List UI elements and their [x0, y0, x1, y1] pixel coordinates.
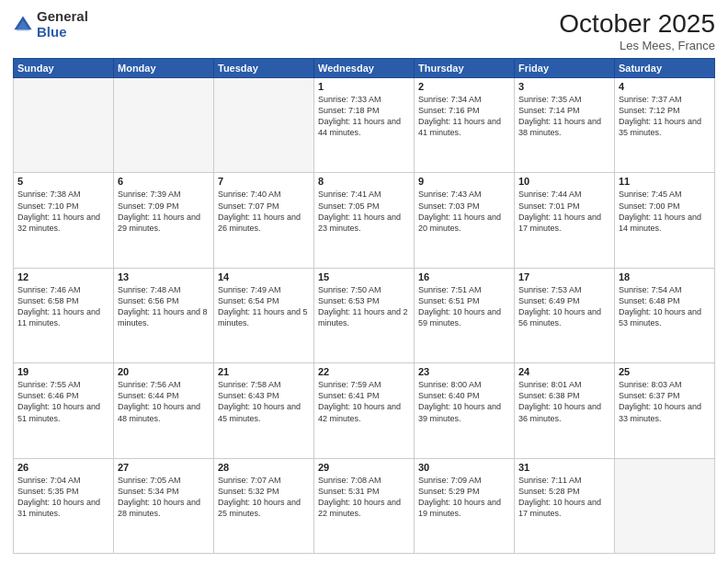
day-cell-29: 27Sunrise: 7:05 AM Sunset: 5:34 PM Dayli…: [114, 458, 214, 553]
logo: General Blue: [13, 9, 88, 40]
day-number: 19: [17, 366, 109, 377]
day-number: 5: [17, 176, 109, 187]
day-info: Sunrise: 8:00 AM Sunset: 6:40 PM Dayligh…: [418, 379, 510, 424]
logo-text: General Blue: [37, 9, 88, 40]
day-info: Sunrise: 7:53 AM Sunset: 6:49 PM Dayligh…: [518, 284, 610, 329]
day-info: Sunrise: 7:04 AM Sunset: 5:35 PM Dayligh…: [17, 475, 109, 520]
day-cell-6: 4Sunrise: 7:37 AM Sunset: 7:12 PM Daylig…: [615, 78, 715, 173]
week-row-3: 12Sunrise: 7:46 AM Sunset: 6:58 PM Dayli…: [14, 268, 715, 362]
day-number: 4: [619, 81, 711, 92]
calendar-table: Sunday Monday Tuesday Wednesday Thursday…: [13, 58, 715, 554]
day-info: Sunrise: 7:05 AM Sunset: 5:34 PM Dayligh…: [118, 475, 210, 520]
day-cell-18: 16Sunrise: 7:51 AM Sunset: 6:51 PM Dayli…: [415, 268, 515, 362]
day-info: Sunrise: 8:03 AM Sunset: 6:37 PM Dayligh…: [619, 379, 711, 424]
logo-icon: [13, 15, 33, 35]
day-info: Sunrise: 7:44 AM Sunset: 7:01 PM Dayligh…: [518, 189, 610, 234]
day-info: Sunrise: 7:33 AM Sunset: 7:18 PM Dayligh…: [318, 94, 410, 139]
day-cell-13: 11Sunrise: 7:45 AM Sunset: 7:00 PM Dayli…: [615, 173, 715, 268]
day-info: Sunrise: 7:48 AM Sunset: 6:56 PM Dayligh…: [118, 284, 210, 329]
week-row-1: 1Sunrise: 7:33 AM Sunset: 7:18 PM Daylig…: [14, 78, 715, 173]
day-cell-3: 1Sunrise: 7:33 AM Sunset: 7:18 PM Daylig…: [314, 78, 415, 173]
day-cell-10: 8Sunrise: 7:41 AM Sunset: 7:05 PM Daylig…: [314, 173, 415, 268]
day-cell-25: 23Sunrise: 8:00 AM Sunset: 6:40 PM Dayli…: [415, 363, 515, 458]
day-number: 13: [118, 271, 210, 282]
header-monday: Monday: [114, 59, 214, 78]
week-row-4: 19Sunrise: 7:55 AM Sunset: 6:46 PM Dayli…: [14, 363, 715, 458]
header-tuesday: Tuesday: [214, 59, 314, 78]
day-cell-24: 22Sunrise: 7:59 AM Sunset: 6:41 PM Dayli…: [314, 363, 415, 458]
day-cell-9: 7Sunrise: 7:40 AM Sunset: 7:07 PM Daylig…: [214, 173, 314, 268]
day-cell-22: 20Sunrise: 7:56 AM Sunset: 6:44 PM Dayli…: [114, 363, 214, 458]
day-cell-33: 31Sunrise: 7:11 AM Sunset: 5:28 PM Dayli…: [515, 458, 615, 553]
day-info: Sunrise: 7:56 AM Sunset: 6:44 PM Dayligh…: [118, 379, 210, 424]
day-cell-16: 14Sunrise: 7:49 AM Sunset: 6:54 PM Dayli…: [214, 268, 314, 362]
day-info: Sunrise: 7:50 AM Sunset: 6:53 PM Dayligh…: [318, 284, 410, 329]
day-cell-11: 9Sunrise: 7:43 AM Sunset: 7:03 PM Daylig…: [415, 173, 515, 268]
title-block: October 2025 Les Mees, France: [559, 9, 715, 52]
header-saturday: Saturday: [615, 59, 715, 78]
day-cell-8: 6Sunrise: 7:39 AM Sunset: 7:09 PM Daylig…: [114, 173, 214, 268]
day-number: 22: [318, 366, 410, 377]
day-cell-32: 30Sunrise: 7:09 AM Sunset: 5:29 PM Dayli…: [415, 458, 515, 553]
header-wednesday: Wednesday: [314, 59, 415, 78]
day-number: 20: [118, 366, 210, 377]
day-info: Sunrise: 7:40 AM Sunset: 7:07 PM Dayligh…: [218, 189, 310, 234]
location-subtitle: Les Mees, France: [559, 39, 715, 52]
day-info: Sunrise: 7:08 AM Sunset: 5:31 PM Dayligh…: [318, 475, 410, 520]
day-number: 31: [518, 462, 610, 473]
day-cell-17: 15Sunrise: 7:50 AM Sunset: 6:53 PM Dayli…: [314, 268, 415, 362]
day-number: 26: [17, 462, 109, 473]
day-number: 25: [619, 366, 711, 377]
day-info: Sunrise: 7:49 AM Sunset: 6:54 PM Dayligh…: [218, 284, 310, 329]
day-cell-4: 2Sunrise: 7:34 AM Sunset: 7:16 PM Daylig…: [415, 78, 515, 173]
day-cell-1: [114, 78, 214, 173]
day-number: 2: [418, 81, 510, 92]
day-number: 3: [518, 81, 610, 92]
day-info: Sunrise: 7:34 AM Sunset: 7:16 PM Dayligh…: [418, 94, 510, 139]
day-cell-21: 19Sunrise: 7:55 AM Sunset: 6:46 PM Dayli…: [14, 363, 114, 458]
day-number: 24: [518, 366, 610, 377]
page: General Blue October 2025 Les Mees, Fran…: [0, 0, 728, 563]
header: General Blue October 2025 Les Mees, Fran…: [13, 9, 715, 52]
day-number: 23: [418, 366, 510, 377]
day-cell-34: [615, 458, 715, 553]
weekday-header-row: Sunday Monday Tuesday Wednesday Thursday…: [14, 59, 715, 78]
day-number: 27: [118, 462, 210, 473]
day-cell-26: 24Sunrise: 8:01 AM Sunset: 6:38 PM Dayli…: [515, 363, 615, 458]
day-number: 10: [518, 176, 610, 187]
day-info: Sunrise: 8:01 AM Sunset: 6:38 PM Dayligh…: [518, 379, 610, 424]
day-number: 1: [318, 81, 410, 92]
day-number: 12: [17, 271, 109, 282]
day-cell-27: 25Sunrise: 8:03 AM Sunset: 6:37 PM Dayli…: [615, 363, 715, 458]
day-cell-14: 12Sunrise: 7:46 AM Sunset: 6:58 PM Dayli…: [14, 268, 114, 362]
day-info: Sunrise: 7:07 AM Sunset: 5:32 PM Dayligh…: [218, 475, 310, 520]
day-cell-12: 10Sunrise: 7:44 AM Sunset: 7:01 PM Dayli…: [515, 173, 615, 268]
day-number: 16: [418, 271, 510, 282]
day-cell-30: 28Sunrise: 7:07 AM Sunset: 5:32 PM Dayli…: [214, 458, 314, 553]
day-info: Sunrise: 7:46 AM Sunset: 6:58 PM Dayligh…: [17, 284, 109, 329]
day-cell-23: 21Sunrise: 7:58 AM Sunset: 6:43 PM Dayli…: [214, 363, 314, 458]
day-cell-2: [214, 78, 314, 173]
day-info: Sunrise: 7:41 AM Sunset: 7:05 PM Dayligh…: [318, 189, 410, 234]
day-cell-7: 5Sunrise: 7:38 AM Sunset: 7:10 PM Daylig…: [14, 173, 114, 268]
day-number: 11: [619, 176, 711, 187]
logo-blue-text: Blue: [37, 25, 88, 40]
logo-general-text: General: [37, 9, 88, 25]
day-info: Sunrise: 7:37 AM Sunset: 7:12 PM Dayligh…: [619, 94, 711, 139]
day-number: 14: [218, 271, 310, 282]
month-title: October 2025: [559, 9, 715, 39]
day-info: Sunrise: 7:43 AM Sunset: 7:03 PM Dayligh…: [418, 189, 510, 234]
day-number: 18: [619, 271, 711, 282]
day-info: Sunrise: 7:55 AM Sunset: 6:46 PM Dayligh…: [17, 379, 109, 424]
day-info: Sunrise: 7:35 AM Sunset: 7:14 PM Dayligh…: [518, 94, 610, 139]
day-info: Sunrise: 7:45 AM Sunset: 7:00 PM Dayligh…: [619, 189, 711, 234]
day-info: Sunrise: 7:59 AM Sunset: 6:41 PM Dayligh…: [318, 379, 410, 424]
day-cell-5: 3Sunrise: 7:35 AM Sunset: 7:14 PM Daylig…: [515, 78, 615, 173]
header-thursday: Thursday: [415, 59, 515, 78]
day-cell-19: 17Sunrise: 7:53 AM Sunset: 6:49 PM Dayli…: [515, 268, 615, 362]
day-cell-15: 13Sunrise: 7:48 AM Sunset: 6:56 PM Dayli…: [114, 268, 214, 362]
day-info: Sunrise: 7:39 AM Sunset: 7:09 PM Dayligh…: [118, 189, 210, 234]
day-number: 15: [318, 271, 410, 282]
day-info: Sunrise: 7:38 AM Sunset: 7:10 PM Dayligh…: [17, 189, 109, 234]
day-info: Sunrise: 7:58 AM Sunset: 6:43 PM Dayligh…: [218, 379, 310, 424]
